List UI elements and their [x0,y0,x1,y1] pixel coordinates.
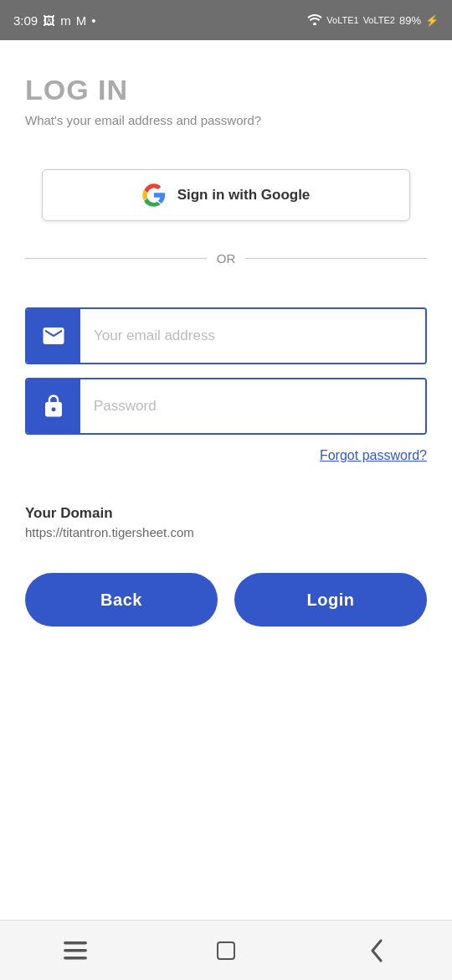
or-line-right [245,258,427,259]
status-m-icon: m [60,13,71,28]
status-dot: • [91,13,95,28]
svg-rect-2 [64,949,87,952]
domain-label: Your Domain [25,505,427,522]
bottom-nav-bar [0,920,452,980]
svg-rect-3 [64,957,87,960]
password-icon [41,394,66,419]
status-photo-icon: 🖼 [43,13,55,28]
password-input-row [25,378,427,435]
svg-rect-4 [218,942,234,959]
domain-section: Your Domain https://titantron.tigersheet… [25,505,427,539]
or-divider: OR [25,251,427,266]
email-input-row [25,307,427,364]
email-icon [41,323,66,348]
form-fields: Forgot password? [25,307,427,463]
battery-text: 89% [399,14,421,27]
battery-icon: ⚡ [425,14,439,27]
signal-icon: VoLTE1 [326,15,358,25]
domain-url: https://titantron.tigersheet.com [25,525,427,539]
password-icon-bg [27,379,80,433]
or-text: OR [217,251,236,266]
wifi-icon [307,13,322,28]
page-subtitle: What's your email address and password? [25,113,427,127]
status-bar: 3:09 🖼 m M • VoLTE1 VoLTE2 89% ⚡ [0,0,452,40]
status-m2-icon: M [76,13,87,28]
main-content: LOG IN What's your email address and pas… [0,40,452,643]
svg-rect-1 [64,941,87,945]
nav-back-button[interactable] [360,934,393,967]
google-signin-label: Sign in with Google [177,187,311,204]
password-field[interactable] [80,379,425,433]
or-line-left [25,258,207,259]
signal2-icon: VoLTE2 [363,15,395,25]
status-time: 3:09 [13,13,38,28]
status-right: VoLTE1 VoLTE2 89% ⚡ [307,13,439,28]
svg-point-0 [313,23,316,25]
nav-menu-button[interactable] [59,934,92,967]
status-left: 3:09 🖼 m M • [13,13,95,28]
google-logo-icon [142,183,166,207]
page-title: LOG IN [25,74,427,106]
google-signin-button[interactable]: Sign in with Google [42,169,410,221]
email-field[interactable] [80,309,425,363]
action-buttons: Back Login [25,573,427,627]
nav-home-button[interactable] [209,934,243,967]
login-button[interactable]: Login [234,573,427,627]
forgot-password-row: Forgot password? [25,448,427,463]
email-icon-bg [27,309,80,363]
forgot-password-link[interactable]: Forgot password? [320,448,427,463]
back-button[interactable]: Back [25,573,218,627]
